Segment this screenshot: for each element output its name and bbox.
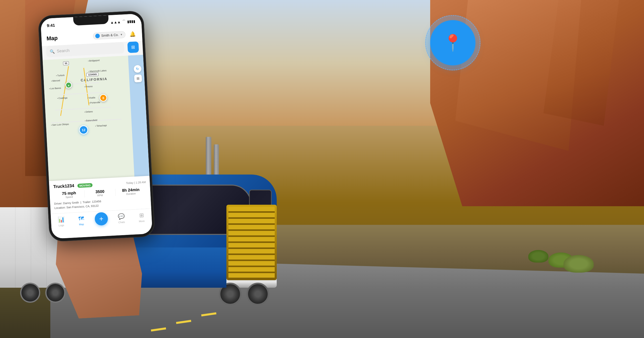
status-time: 9:41 [47,23,55,28]
map-label: Map [79,223,84,226]
filter-icon: ⊞ [131,44,135,50]
logs-label: Logs [59,224,64,227]
phone-screen: 9:41 ▲▲▲ ⌒ ▮▮▮▮ Map Smith & Co. ▼ [41,14,152,239]
map-icon: 🗺 [78,215,84,222]
city-delano: Delano [84,110,93,113]
notification-bell[interactable]: 🔔 [128,29,137,38]
route-number-badge-2: 1234565 [86,72,99,77]
stat-speed: 75 mph Speed [54,190,85,199]
city-turlock: Turlock [56,74,65,77]
map-area[interactable]: CALIFORNIA 50 1234565 Bridgeport Turlock… [43,55,151,214]
nav-map[interactable]: 🗺 Map [72,215,90,226]
battery-icon: ▮▮▮▮ [127,19,135,24]
moving-status-badge: MOVING [77,183,93,188]
cab-wheel-group [219,283,269,305]
city-coalinga: Coalinga [57,97,67,100]
bottom-navigation: 📊 Logs 🗺 Map + 💬 Chats ⊞ [51,208,152,239]
more-label: More [139,220,145,223]
stat-rpm: 3500 RPM [85,189,116,197]
info-timestamp: Today | 1:28 AM [126,181,146,185]
bell-icon: 🔔 [129,31,136,37]
signal-icon: ▲▲▲ [110,20,121,24]
trailer-wheel-1 [20,283,40,303]
grille [226,205,277,280]
bush-3 [564,255,594,273]
status-icons: ▲▲▲ ⌒ ▮▮▮▮ [110,19,135,25]
city-merced: Merced [51,79,60,82]
truck-name: Truck1234 [53,183,74,189]
header-right: Smith & Co. ▼ 🔔 [93,29,137,40]
cluster-count: 12 [82,128,86,132]
pause-icon: ⏸ [101,96,105,100]
wifi-icon: ⌒ [122,19,126,24]
info-details: Driver: Danny Smith | Trailer: 123456 Lo… [54,197,147,210]
phone-device: 9:41 ▲▲▲ ⌒ ▮▮▮▮ Map Smith & Co. ▼ [38,10,174,305]
company-badge[interactable]: Smith & Co. ▼ [93,31,126,40]
city-visalia: Visalia [87,96,95,99]
header-title: Map [46,35,58,42]
location-pin-widget: 📍 [425,15,480,70]
stat-duration: 8h 24min Duration [115,187,146,196]
search-placeholder-text: Search [57,48,70,54]
phone-frame: 9:41 ▲▲▲ ⌒ ▮▮▮▮ Map Smith & Co. ▼ [38,10,155,242]
city-fresno: Fresno [84,85,93,88]
nav-chats[interactable]: 💬 Chats [112,213,131,224]
chats-label: Chats [118,221,125,224]
add-icon: + [99,215,104,223]
chats-icon: 💬 [118,213,125,220]
company-name: Smith & Co. [101,33,119,38]
logs-icon: 📊 [58,216,65,223]
company-dot [95,33,100,38]
layers-icon: ⊞ [136,76,140,81]
location-pin-icon: 📍 [443,35,463,51]
location-pin-circle: 📍 [430,20,475,65]
search-icon: 🔍 [50,49,55,54]
info-card-title-row: Truck1234 MOVING [53,182,93,189]
route-number-badge: 50 [63,61,69,65]
nav-more[interactable]: ⊞ More [133,212,151,223]
company-chevron: ▼ [120,33,123,36]
map-layers-button[interactable]: ⊞ [134,74,142,82]
grille-pattern [228,207,275,278]
driver-text: Driver: Danny Smith [54,201,79,205]
bush-2 [528,250,548,263]
add-button[interactable]: + [94,212,108,226]
filter-button[interactable]: ⊞ [127,41,139,53]
cab-wheel-2 [247,283,269,305]
nav-logs[interactable]: 📊 Logs [52,216,70,227]
start-marker-icon: ▲ [67,84,70,87]
refresh-icon: ↻ [136,67,139,71]
nav-add[interactable]: + [92,214,110,226]
trailer-text: Trailer: 123456 [83,200,101,204]
truck-info-card[interactable]: Truck1234 MOVING Today | 1:28 AM 75 mph … [49,176,151,214]
more-icon: ⊞ [139,212,144,219]
